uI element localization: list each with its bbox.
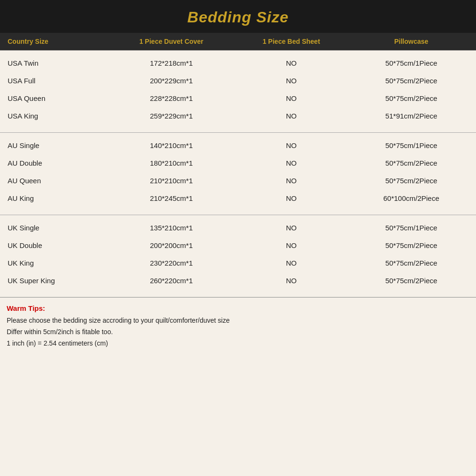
cell-pillow: 50*75cm/2Piece	[350, 77, 470, 85]
cell-country: UK King	[6, 259, 110, 267]
cell-country: UK Single	[6, 224, 110, 232]
table-row: UK Super King260*220cm*1NO50*75cm/2Piece	[0, 272, 476, 289]
cell-duvet: 135*210cm*1	[110, 224, 230, 232]
page-title: Bedding Size	[5, 9, 471, 26]
table-row: AU Queen210*210cm*1NO50*75cm/2Piece	[0, 172, 476, 189]
cell-sheet: NO	[230, 259, 350, 267]
table-row: USA Full200*229cm*1NO50*75cm/2Piece	[0, 72, 476, 89]
cell-pillow: 50*75cm/2Piece	[350, 177, 470, 185]
cell-sheet: NO	[230, 77, 350, 85]
title-bar: Bedding Size	[0, 0, 476, 33]
warm-tips-line-3: 1 inch (in) = 2.54 centimeters (cm)	[7, 338, 469, 349]
cell-country: AU Double	[6, 159, 110, 167]
header-col2: 1 Piece Duvet Cover	[110, 38, 230, 45]
cell-pillow: 50*75cm/1Piece	[350, 224, 470, 232]
cell-sheet: NO	[230, 241, 350, 249]
section-au: AU Single140*210cm*1NO50*75cm/1PieceAU D…	[0, 133, 476, 215]
cell-sheet: NO	[230, 112, 350, 120]
cell-country: AU King	[6, 194, 110, 202]
cell-country: USA Queen	[6, 94, 110, 102]
cell-duvet: 140*210cm*1	[110, 141, 230, 149]
table-row: UK Double200*200cm*1NO50*75cm/2Piece	[0, 237, 476, 254]
header-col1: Country Size	[6, 38, 110, 45]
cell-country: UK Double	[6, 241, 110, 249]
cell-sheet: NO	[230, 141, 350, 149]
cell-country: AU Single	[6, 141, 110, 149]
cell-pillow: 50*75cm/2Piece	[350, 159, 470, 167]
warm-tips-text: Please choose the bedding size accroding…	[7, 315, 469, 349]
warm-tips-section: Warm Tips: Please choose the bedding siz…	[0, 297, 476, 354]
cell-country: USA Full	[6, 77, 110, 85]
table-row: AU King210*245cm*1NO60*100cm/2Piece	[0, 189, 476, 207]
section-uk: UK Single135*210cm*1NO50*75cm/1PieceUK D…	[0, 215, 476, 297]
table-row: USA Twin172*218cm*1NO50*75cm/1Piece	[0, 54, 476, 72]
cell-pillow: 51*91cm/2Piece	[350, 112, 470, 120]
warm-tips-label: Warm Tips:	[7, 304, 469, 312]
cell-duvet: 228*228cm*1	[110, 94, 230, 102]
cell-country: USA Twin	[6, 59, 110, 67]
table-row: USA Queen228*228cm*1NO50*75cm/2Piece	[0, 89, 476, 107]
table-body: USA Twin172*218cm*1NO50*75cm/1PieceUSA F…	[0, 50, 476, 297]
table-row: AU Double180*210cm*1NO50*75cm/2Piece	[0, 154, 476, 172]
cell-duvet: 259*229cm*1	[110, 112, 230, 120]
section-usa: USA Twin172*218cm*1NO50*75cm/1PieceUSA F…	[0, 50, 476, 133]
cell-country: AU Queen	[6, 177, 110, 185]
cell-duvet: 172*218cm*1	[110, 59, 230, 67]
cell-pillow: 60*100cm/2Piece	[350, 194, 470, 202]
table-header: Country Size 1 Piece Duvet Cover 1 Piece…	[0, 33, 476, 50]
cell-sheet: NO	[230, 94, 350, 102]
cell-pillow: 50*75cm/2Piece	[350, 259, 470, 267]
page-wrapper: Bedding Size Country Size 1 Piece Duvet …	[0, 0, 476, 354]
cell-duvet: 230*220cm*1	[110, 259, 230, 267]
cell-sheet: NO	[230, 159, 350, 167]
cell-duvet: 200*229cm*1	[110, 77, 230, 85]
cell-sheet: NO	[230, 224, 350, 232]
cell-pillow: 50*75cm/1Piece	[350, 59, 470, 67]
header-col3: 1 Piece Bed Sheet	[230, 38, 350, 45]
cell-country: USA King	[6, 112, 110, 120]
cell-duvet: 210*245cm*1	[110, 194, 230, 202]
cell-sheet: NO	[230, 277, 350, 285]
table-row: AU Single140*210cm*1NO50*75cm/1Piece	[0, 137, 476, 154]
cell-duvet: 200*200cm*1	[110, 241, 230, 249]
table-row: UK King230*220cm*1NO50*75cm/2Piece	[0, 254, 476, 272]
header-col4: Pillowcase	[350, 38, 470, 45]
table-row: USA King259*229cm*1NO51*91cm/2Piece	[0, 107, 476, 125]
table-row: UK Single135*210cm*1NO50*75cm/1Piece	[0, 219, 476, 237]
cell-pillow: 50*75cm/2Piece	[350, 277, 470, 285]
warm-tips-line-1: Please choose the bedding size accroding…	[7, 315, 469, 327]
cell-pillow: 50*75cm/2Piece	[350, 241, 470, 249]
warm-tips-line-2: Differ within 5cm/2inch is fitable too.	[7, 327, 469, 338]
cell-duvet: 210*210cm*1	[110, 177, 230, 185]
cell-sheet: NO	[230, 59, 350, 67]
cell-pillow: 50*75cm/2Piece	[350, 94, 470, 102]
cell-duvet: 260*220cm*1	[110, 277, 230, 285]
cell-sheet: NO	[230, 177, 350, 185]
cell-country: UK Super King	[6, 277, 110, 285]
cell-pillow: 50*75cm/1Piece	[350, 141, 470, 149]
cell-duvet: 180*210cm*1	[110, 159, 230, 167]
cell-sheet: NO	[230, 194, 350, 202]
